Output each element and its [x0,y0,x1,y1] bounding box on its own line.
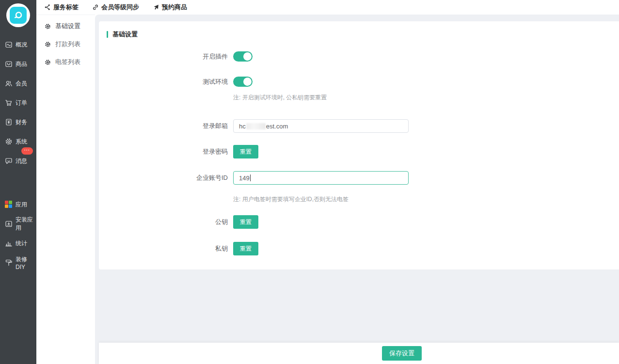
plugin-toggle[interactable] [233,51,253,62]
tab-label: 会员等级同步 [101,3,139,12]
secondary-sidebar: 基础设置 打款列表 电签列表 [36,15,95,364]
save-settings-button[interactable]: 保存设置 [382,346,422,361]
email-visible-prefix: hc [239,123,246,130]
footer-bar: 保存设置 [99,343,619,364]
messages-icon [5,157,13,165]
system-gear-icon [5,138,13,145]
sidebar-item-label: 订单 [16,99,27,107]
subsidebar-item-label: 打款列表 [55,40,80,48]
goods-icon [5,60,13,68]
cursor-icon [153,4,159,11]
public-key-label: 公钥 [107,218,228,226]
email-visible-suffix: est.com [266,123,288,130]
toggle-knob [243,52,252,61]
company-id-input[interactable]: 149 [233,171,409,185]
sidebar-item-label: 统计 [16,239,27,248]
login-email-label: 登录邮箱 [107,122,228,130]
tab-label: 服务标签 [53,3,79,12]
app-window: 概况 商品 会员 订单 [0,0,619,364]
sidebar-item-label: 概况 [16,41,27,49]
sidebar-item-goods[interactable]: 商品 [0,54,36,74]
settings-card: 基础设置 开启插件 测试环境 [99,21,619,269]
sidebar-item-orders[interactable]: 订单 [0,93,36,112]
plugin-label: 开启插件 [107,52,228,61]
sidebar-item-decorate-diy[interactable]: 装修DIY [0,253,36,272]
gear-icon [45,41,51,47]
test-env-toggle[interactable] [233,77,253,87]
sidebar-item-label: 财务 [16,118,27,127]
test-env-note: 注: 开启测试环境时, 公私钥需要重置 [233,94,327,102]
private-key-reset-button[interactable]: 重置 [233,242,258,255]
main-sidebar: 概况 商品 会员 订单 [0,0,36,364]
form-row-company-id: 企业账号ID 149 [107,171,611,185]
tab-reserve-goods[interactable]: 预约商品 [153,3,187,12]
sidebar-item-members[interactable]: 会员 [0,74,36,93]
content-area: 基础设置 开启插件 测试环境 [95,15,619,364]
form-row-plugin: 开启插件 [107,51,611,62]
paint-roller-icon [5,259,13,267]
company-id-note: 注: 用户电签时需要填写企业ID,否则无法电签 [233,195,349,204]
sidebar-item-overview[interactable]: 概况 [0,35,36,54]
logo-circle [6,3,30,27]
orders-icon [5,99,13,107]
stats-icon [5,239,13,247]
gear-icon [45,23,51,30]
content-gap [99,269,619,343]
section-title: 基础设置 [112,30,138,39]
tab-service-tags[interactable]: 服务标签 [44,3,79,12]
accent-bar [107,31,108,38]
test-env-label: 测试环境 [107,78,228,86]
sidebar-item-label: 应用 [16,201,27,209]
sidebar-item-label: 系统 [16,138,27,146]
form-row-login-email: 登录邮箱 hcest.com [107,119,611,133]
app-logo[interactable] [0,0,36,30]
install-app-icon [5,220,13,228]
section-header: 基础设置 [107,30,611,39]
public-key-reset-button[interactable]: 重置 [233,215,258,229]
form-row-test-env: 测试环境 [107,77,611,87]
login-password-reset-button[interactable]: 重置 [233,145,258,158]
email-redacted-segment [246,123,266,129]
overview-icon [5,41,13,48]
members-icon [5,79,13,87]
body-row: 基础设置 打款列表 电签列表 [36,15,619,364]
subsidebar-item-esign-list[interactable]: 电签列表 [36,57,95,67]
logo-icon [10,7,27,24]
sidebar-item-label: 消息 [16,157,27,165]
sidebar-item-stats[interactable]: 统计 [0,234,36,253]
form-row-private-key: 私钥 重置 [107,242,611,255]
share-icon [44,4,51,11]
sidebar-item-finance[interactable]: 财务 [0,112,36,132]
apps-icon [5,201,13,208]
sidebar-item-label: 会员 [16,79,27,88]
toggle-knob [243,78,252,86]
tab-member-level-sync[interactable]: 会员等级同步 [92,3,139,12]
sidebar-item-label: 装修DIY [16,255,36,270]
right-column: 服务标签 会员等级同步 预约商品 [36,0,619,364]
sidebar-item-messages[interactable]: 消息 ··· [0,151,36,171]
company-id-note-row: 注: 用户电签时需要填写企业ID,否则无法电签 [107,195,611,204]
login-email-input[interactable]: hcest.com [233,119,409,133]
topbar: 服务标签 会员等级同步 预约商品 [36,0,619,15]
tab-label: 预约商品 [162,3,187,12]
sidebar-item-install-app[interactable]: 安装应用 [0,214,36,234]
private-key-label: 私钥 [107,244,228,253]
company-id-label: 企业账号ID [107,174,228,182]
login-password-label: 登录密码 [107,147,228,156]
sidebar-item-label: 商品 [16,60,27,68]
text-caret [250,174,251,181]
messages-badge: ··· [21,147,33,155]
form-row-login-password: 登录密码 重置 [107,145,611,158]
sidebar-item-apps[interactable]: 应用 [0,195,36,214]
sidebar-nav: 概况 商品 会员 订单 [0,30,36,272]
subsidebar-item-label: 基础设置 [55,22,80,31]
test-env-note-row: 注: 开启测试环境时, 公私钥需要重置 [107,94,611,102]
gear-icon [45,59,51,65]
subsidebar-item-label: 电签列表 [55,58,80,66]
subsidebar-item-basic-settings[interactable]: 基础设置 [36,21,95,31]
subsidebar-item-payment-list[interactable]: 打款列表 [36,39,95,49]
form-row-public-key: 公钥 重置 [107,215,611,229]
link-icon [92,4,99,11]
sidebar-item-label: 安装应用 [16,216,36,232]
finance-icon [5,118,13,126]
